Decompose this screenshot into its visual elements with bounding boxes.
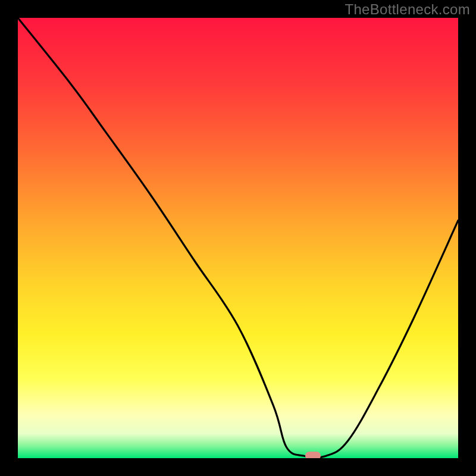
chart-frame: TheBottleneck.com [0,0,476,476]
plot-area [18,18,458,458]
bottleneck-curve [18,18,458,458]
watermark-text: TheBottleneck.com [345,1,470,18]
highlight-marker [305,452,321,458]
